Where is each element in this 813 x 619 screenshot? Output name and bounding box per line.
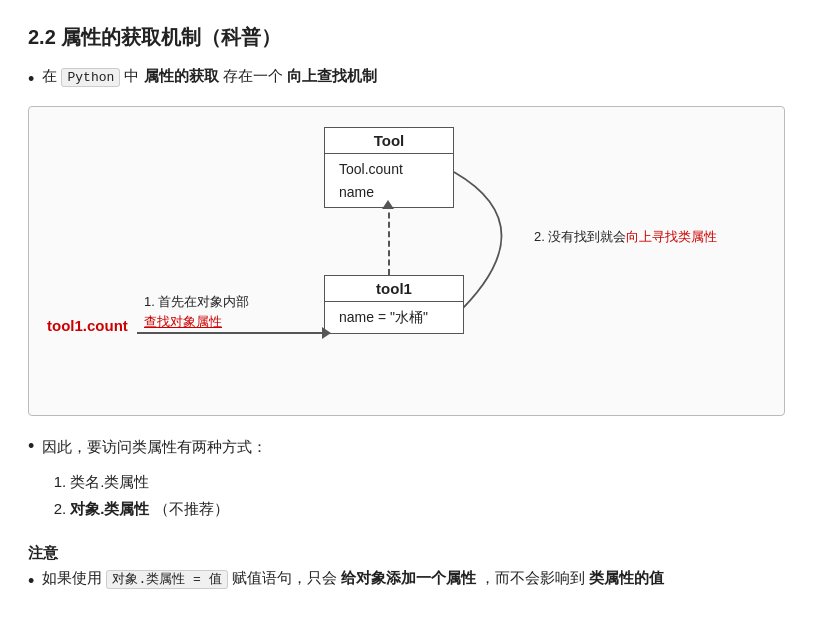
access-item-2: 对象.类属性 （不推荐） xyxy=(70,495,267,522)
note-code1: 对象.类属性 = 值 xyxy=(106,570,227,589)
note-bullet-dot: • xyxy=(28,569,34,594)
h-line xyxy=(137,332,322,334)
diagram-area: Tool Tool.count name tool1 name = "水桶" t… xyxy=(28,106,785,416)
tool1-instance-box: tool1 name = "水桶" xyxy=(324,275,464,333)
step2-label: 2. 没有找到就会向上寻找类属性 xyxy=(534,227,717,247)
section-heading: 2.2 属性的获取机制（科普） xyxy=(28,24,785,51)
step1-red-text: 查找对象属性 xyxy=(144,314,222,329)
note-heading: 注意 xyxy=(28,544,785,563)
access-list: 类名.类属性 对象.类属性 （不推荐） xyxy=(42,468,267,522)
python-inline-code: Python xyxy=(61,68,120,87)
step1-label: 1. 首先在对象内部 查找对象属性 xyxy=(144,292,249,331)
access-item-2-suffix: （不推荐） xyxy=(154,500,229,517)
step2-red-text: 向上寻找类属性 xyxy=(626,229,717,244)
access-item-1: 类名.类属性 xyxy=(70,468,267,495)
note-content: 如果使用 对象.类属性 = 值 赋值语句，只会 给对象添加一个属性 ，而不会影响… xyxy=(42,569,664,588)
access-item-2-bold: 对象.类属性 xyxy=(70,500,149,517)
access-intro: 因此，要访问类属性有两种方式： xyxy=(42,434,267,460)
arrowhead-right-icon xyxy=(322,327,331,339)
step2-prefix: 2. 没有找到就会 xyxy=(534,229,626,244)
note-bullet: • 如果使用 对象.类属性 = 值 赋值语句，只会 给对象添加一个属性 ，而不会… xyxy=(28,569,785,594)
access-section-content: 因此，要访问类属性有两种方式： 类名.类属性 对象.类属性 （不推荐） xyxy=(42,434,267,534)
access-bullet-dot: • xyxy=(28,434,34,459)
bullet-dot: • xyxy=(28,67,34,92)
access-section-bullet: • 因此，要访问类属性有两种方式： 类名.类属性 对象.类属性 （不推荐） xyxy=(28,434,785,534)
intro-text: 在 Python 中 属性的获取 存在一个 向上查找机制 xyxy=(42,67,377,86)
tool1-instance-title: tool1 xyxy=(325,276,463,302)
tool1count-label: tool1.count xyxy=(47,317,128,334)
intro-bullet: • 在 Python 中 属性的获取 存在一个 向上查找机制 xyxy=(28,67,785,92)
tool1-name-value: name = "水桶" xyxy=(339,306,449,328)
tool1-instance-body: name = "水桶" xyxy=(325,302,463,332)
